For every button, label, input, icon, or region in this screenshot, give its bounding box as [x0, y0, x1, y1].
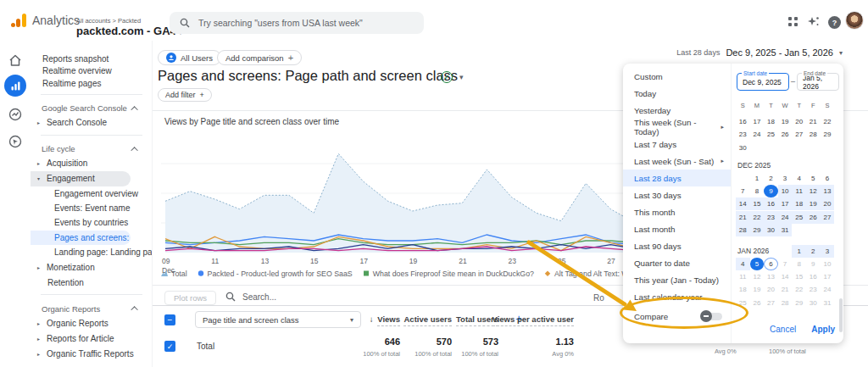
cancel-button[interactable]: Cancel [770, 325, 796, 334]
explore-icon[interactable] [8, 107, 23, 122]
apply-button[interactable]: Apply [811, 325, 835, 334]
calendar-day[interactable]: 14 [736, 197, 750, 210]
calendar-day[interactable]: 26 [778, 128, 793, 141]
calendar-day[interactable]: 7 [736, 185, 750, 197]
calendar-day[interactable]: 28 [806, 128, 821, 141]
sidebar-item-engagement[interactable]: ▾Engagement [31, 171, 131, 186]
calendar-day[interactable]: 1 [792, 245, 806, 258]
sidebar-item-organic-traffic-reports[interactable]: ▸Organic Traffic Reports [31, 346, 152, 361]
calendar-day[interactable]: 9 [806, 258, 821, 270]
sidebar-item-reports-for-article[interactable]: ▸Reports for Article [31, 331, 152, 346]
sidebar-item-realtime-pages[interactable]: Realtime pages [31, 77, 152, 90]
calendar-day[interactable]: 22 [821, 115, 835, 128]
apps-grid-icon[interactable] [787, 15, 800, 29]
sidebar-item-pages-and-screens-page-p[interactable]: Pages and screens: Page p... [31, 231, 131, 245]
sidebar-item-reports-snapshot[interactable]: Reports snapshot [31, 53, 152, 65]
column-header-active-users[interactable]: Active users [403, 314, 452, 324]
calendar-day[interactable]: 23 [764, 211, 778, 224]
calendar-day[interactable]: 11 [736, 270, 750, 283]
add-comparison-button[interactable]: Add comparison+ [217, 50, 302, 65]
menu-item-last-calendar-year[interactable]: Last calendar year [623, 288, 731, 305]
calendar-day[interactable]: 19 [806, 197, 821, 210]
calendar-day[interactable]: 5 [750, 258, 765, 270]
menu-item-today[interactable]: Today [623, 85, 731, 102]
menu-item-last-30-days[interactable]: Last 30 days [623, 186, 731, 203]
menu-item-this-month[interactable]: This month [623, 203, 731, 220]
calendar-scrollbar[interactable] [839, 298, 843, 332]
menu-item-last-90-days[interactable]: Last 90 days [623, 237, 731, 254]
calendar-day[interactable]: 3 [778, 172, 793, 185]
calendar-day[interactable]: 16 [764, 197, 778, 210]
calendar-day[interactable]: 16 [806, 270, 821, 283]
sidebar-section-life-cycle[interactable]: Life cycle [31, 142, 152, 156]
calendar-day[interactable]: 23 [736, 128, 750, 141]
calendar-day[interactable]: 10 [778, 185, 793, 197]
select-all-checkbox[interactable]: − [164, 314, 175, 325]
calendar-day[interactable]: 22 [750, 211, 765, 224]
end-date-field[interactable]: End date Jan 5, 2026 [797, 73, 839, 91]
calendar-day[interactable]: 29 [792, 297, 806, 309]
calendar-day[interactable]: 12 [750, 270, 765, 283]
insights-sparkle-icon[interactable] [807, 15, 821, 29]
legend-item[interactable]: Alt Tag and Alt Text: What is the Differ… [544, 270, 623, 279]
sidebar-item-events-event-name[interactable]: Events: Event name [31, 201, 152, 215]
menu-item-last-week-sun-sat[interactable]: Last week (Sun - Sat)▸ [623, 153, 731, 170]
plot-rows-button[interactable]: Plot rows [164, 291, 216, 305]
calendar-day[interactable]: 26 [806, 211, 821, 224]
calendar-day[interactable]: 19 [778, 115, 793, 128]
calendar-day[interactable]: 27 [792, 128, 806, 141]
title-chevron-down-icon[interactable]: ▾ [459, 73, 464, 81]
calendar-day[interactable]: 10 [821, 258, 835, 270]
calendar-day[interactable]: 21 [806, 115, 821, 128]
menu-item-yesterday[interactable]: Yesterday [623, 102, 731, 119]
calendar-day[interactable]: 3 [821, 245, 835, 258]
calendar-day[interactable]: 30 [764, 224, 778, 236]
calendar-day[interactable]: 19 [750, 283, 765, 296]
calendar-day[interactable]: 8 [750, 185, 765, 197]
menu-item-last-month[interactable]: Last month [623, 220, 731, 237]
sidebar-section-google-search-console[interactable]: Google Search Console [31, 102, 152, 115]
home-icon[interactable] [8, 53, 23, 68]
compare-menu-item[interactable]: Compare [623, 307, 731, 325]
calendar-day[interactable]: 20 [764, 283, 778, 296]
calendar-day[interactable]: 22 [792, 283, 806, 296]
help-icon[interactable]: ? [828, 16, 841, 29]
sidebar-item-landing-page-landing-page[interactable]: Landing page: Landing page [31, 245, 152, 259]
calendar-day[interactable]: 24 [778, 211, 793, 224]
calendar-day[interactable]: 6 [821, 172, 835, 185]
menu-item-this-week-sun-today[interactable]: This week (Sun - Today)▸ [623, 119, 731, 136]
calendar-day[interactable]: 8 [792, 258, 806, 270]
calendar-day[interactable]: 30 [736, 142, 750, 154]
legend-item[interactable]: What does Fireproof Site mean in DuckDuc… [363, 270, 534, 279]
calendar-day[interactable]: 29 [821, 128, 835, 141]
calendar-day[interactable]: 15 [750, 197, 765, 210]
menu-item-quarter-to-date[interactable]: Quarter to date [623, 254, 731, 271]
table-search-input[interactable]: Search... [225, 292, 276, 302]
search-input[interactable]: Try searching "users from USA last week" [170, 12, 424, 34]
calendar-day[interactable]: 15 [792, 270, 806, 283]
sidebar-section-organic-reports[interactable]: Organic Reports [31, 302, 152, 315]
add-filter-button[interactable]: Add filter+ [158, 88, 212, 102]
row-checkbox[interactable]: ✓ [164, 341, 175, 352]
calendar-day[interactable]: 21 [736, 211, 750, 224]
menu-item-custom[interactable]: Custom [623, 68, 731, 85]
calendar-day[interactable]: 31 [778, 224, 793, 236]
sidebar-item-acquisition[interactable]: ▸Acquisition [31, 156, 152, 171]
column-header-views-per-active-user[interactable]: Views per active user [492, 314, 574, 324]
menu-item-last-28-days[interactable]: Last 28 days [623, 170, 731, 186]
sidebar-item-retention[interactable]: Retention [31, 275, 152, 290]
legend-item[interactable]: Total [161, 270, 187, 279]
calendar-day[interactable]: 5 [806, 172, 821, 185]
calendar-day[interactable]: 23 [806, 283, 821, 296]
calendar-day[interactable]: 27 [821, 211, 835, 224]
calendar-day[interactable]: 20 [792, 115, 806, 128]
calendar-day[interactable]: 25 [736, 297, 750, 309]
calendar-day[interactable]: 18 [792, 197, 806, 210]
avatar[interactable] [845, 11, 864, 30]
calendar-day[interactable]: 20 [821, 197, 835, 210]
calendar-day[interactable]: 17 [778, 197, 793, 210]
calendar-day[interactable]: 18 [736, 283, 750, 296]
start-date-field[interactable]: Start date Dec 9, 2025 [737, 73, 789, 91]
sidebar-item-realtime-overview[interactable]: Realtime overview [31, 65, 152, 78]
sidebar-item-organic-reports[interactable]: ▸Organic Reports [31, 315, 152, 331]
